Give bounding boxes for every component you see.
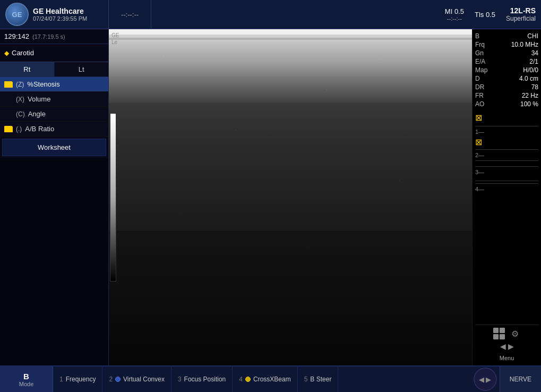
nav-left-icon[interactable]: ◀ (500, 342, 506, 351)
ge-logo-circle: GE (5, 3, 29, 26)
stat-ea-label: E/A (475, 58, 485, 65)
nav-right-icon[interactable]: ▶ (508, 342, 514, 351)
fp-label: Focus Position (184, 376, 226, 383)
separator-1 (475, 126, 538, 126)
bs-num: 5 (304, 376, 308, 383)
sidebar-bottom-fill (0, 158, 108, 365)
stat-b-label: B (475, 32, 479, 40)
stat-d: D 4.0 cm (475, 74, 538, 83)
right-panel-icons[interactable]: ⚙ (475, 325, 538, 339)
toolbar-item-bsteer[interactable]: 5 B Steer (298, 367, 339, 392)
us-speckle (109, 29, 472, 365)
stat-map: Map H/0/0 (475, 66, 538, 74)
header-left-time: --:--:-- (109, 0, 151, 29)
gain-bar (110, 113, 116, 282)
toolbar-item-virtualconvex[interactable]: 2 Virtual Convex (102, 367, 171, 392)
stat-map-label: Map (475, 66, 487, 74)
stat-frq-label: Frq (475, 41, 485, 48)
ge-logo-section: GE GE Healthcare 07/24/07 2:39:55 PM (0, 0, 109, 29)
depth-label-4: 4— (475, 185, 538, 193)
freq-label: Frequency (66, 376, 96, 383)
stat-ao: AO 100 % (475, 100, 538, 108)
mode-sublabel: Mode (19, 381, 34, 387)
menu-item-angle[interactable]: (C) Angle (0, 107, 108, 122)
volume-label: Volume (28, 95, 50, 103)
nav-circle-button[interactable]: ◀ ▶ (474, 368, 497, 391)
stat-gn-label: Gn (475, 49, 484, 57)
angle-label: Angle (28, 110, 46, 118)
stat-fr: FR 22 Hz (475, 91, 538, 100)
stat-ea-value: 2/1 (529, 58, 538, 65)
stat-ao-value: 100 % (520, 100, 538, 108)
sidebar-tabs: Rt Lt (0, 62, 108, 77)
menu-item-stenosis[interactable]: (Z) %Stenosis (0, 77, 108, 92)
abratio-label: A/B Ratio (25, 125, 54, 133)
menu-item-abratio[interactable]: (.) A/B Ratio (0, 122, 108, 137)
toolbar-item-frequency[interactable]: 1 Frequency (53, 367, 102, 392)
ge-info: GE Healthcare 07/24/07 2:39:55 PM (33, 7, 87, 22)
cx-label: CrossXBeam (253, 376, 291, 383)
settings-icon[interactable]: ⚙ (509, 328, 521, 339)
volume-key: (X) (16, 96, 24, 103)
stat-dr-value: 78 (531, 83, 538, 91)
stat-gn: Gn 34 (475, 49, 538, 57)
mode-label: B (23, 372, 29, 381)
stat-map-value: H/0/0 (523, 66, 538, 74)
sidebar: 129:142 (17.7:19.5 s) ◆ Carotid Rt Lt (Z… (0, 29, 109, 365)
carotid-label: Carotid (12, 49, 34, 57)
probe-model: 12L-RS (506, 6, 536, 15)
focus-marker-1: ⊠ (475, 110, 538, 125)
stat-d-value: 4.0 cm (519, 75, 538, 82)
menu-item-volume[interactable]: (X) Volume (0, 92, 108, 107)
stat-ao-label: AO (475, 100, 484, 108)
bs-label: B Steer (310, 376, 331, 383)
separator-3 (475, 160, 538, 161)
stenosis-key: (Z) (16, 81, 24, 88)
toolbar-item-focusposition[interactable]: 3 Focus Position (171, 367, 233, 392)
stenosis-label: %Stenosis (27, 80, 59, 88)
tab-lt[interactable]: Lt (55, 62, 109, 76)
toolbar-item-crossxbeam[interactable]: 4 CrossXBeam (233, 367, 297, 392)
timer-main: 129:142 (4, 32, 29, 40)
abratio-key: (.) (16, 125, 22, 133)
worksheet-button[interactable]: Worksheet (2, 139, 106, 156)
separator-5 (475, 181, 538, 181)
stat-b: B CHI (475, 32, 538, 40)
stat-fr-label: FR (475, 92, 484, 99)
ge-watermark: GELe (111, 32, 119, 46)
vc-label: Virtual Convex (123, 376, 165, 383)
nav-arrows: ◀ ▶ (475, 339, 538, 353)
vc-num: 2 (109, 376, 113, 383)
depth-label-2: 2— (475, 151, 538, 159)
fp-num: 3 (178, 376, 182, 383)
menu-label-right[interactable]: Menu (475, 353, 538, 363)
header-tls: Tls 0.5 (475, 11, 495, 19)
tab-rt[interactable]: Rt (0, 62, 55, 76)
stat-dr: DR 78 (475, 83, 538, 91)
header-right-stats: MI 0.5 --:--:-- Tls 0.5 12L-RS Superfici… (445, 6, 541, 22)
depth-label-3: 3— (475, 168, 538, 176)
header-mi: MI 0.5 --:--:-- (445, 7, 464, 22)
stat-dr-label: DR (475, 83, 484, 91)
bottom-toolbar: B Mode 1 Frequency 2 Virtual Convex 3 Fo… (0, 365, 541, 392)
stat-fr-value: 22 Hz (522, 92, 538, 99)
stat-d-label: D (475, 75, 480, 82)
center-view: GELe (109, 29, 472, 365)
stat-b-value: CHI (527, 32, 538, 40)
separator-2 (475, 149, 538, 150)
nerve-button[interactable]: NERVE (500, 367, 541, 392)
sidebar-carotid-row[interactable]: ◆ Carotid (0, 44, 108, 62)
mode-button[interactable]: B Mode (0, 367, 53, 392)
probe-mode: Superficial (506, 15, 536, 22)
vc-dot (115, 377, 121, 382)
separator-6 (475, 183, 538, 184)
folder-icon-stenosis (4, 81, 13, 88)
nav-circle-right: ▶ (486, 376, 491, 384)
stat-gn-value: 34 (531, 49, 538, 57)
right-panel-fill (475, 193, 538, 325)
ultrasound-area: GELe (109, 29, 472, 365)
cx-num: 4 (239, 376, 243, 383)
folder-icon-abratio (4, 126, 13, 132)
header: GE GE Healthcare 07/24/07 2:39:55 PM --:… (0, 0, 541, 29)
grid-icon[interactable] (493, 328, 505, 339)
